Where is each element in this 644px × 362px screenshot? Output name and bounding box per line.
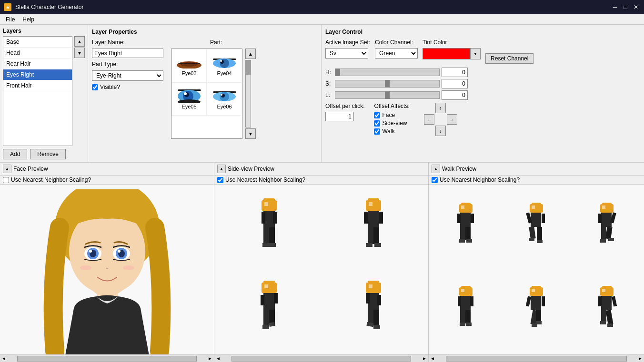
face-preview-body: [0, 185, 214, 354]
parts-grid[interactable]: Eye03: [171, 49, 242, 139]
face-preview-scroll-up[interactable]: ▲: [3, 165, 11, 173]
h-value[interactable]: [442, 68, 468, 77]
face-nearest-neighbor-checkbox[interactable]: [3, 177, 9, 183]
offset-sideview-label: Side-view: [382, 120, 407, 127]
svg-rect-89: [537, 227, 542, 241]
layer-item-rearhair[interactable]: Rear Hair: [3, 59, 72, 69]
sideview-sprite-1: [219, 189, 319, 267]
parts-scroll-down[interactable]: ▼: [245, 128, 256, 139]
tint-color-dropdown-btn[interactable]: ▼: [470, 48, 481, 59]
svg-rect-85: [531, 213, 541, 227]
offset-left-button[interactable]: ←: [424, 114, 434, 125]
sideview-preview-scroll-up[interactable]: ▲: [217, 165, 226, 173]
part-eye04[interactable]: Eye04: [207, 49, 242, 82]
help-menu[interactable]: Help: [19, 15, 38, 24]
sprite-walk-2: [521, 202, 552, 254]
walk-nearest-neighbor-checkbox[interactable]: [432, 177, 438, 183]
svg-rect-75: [460, 213, 471, 227]
svg-rect-64: [369, 284, 372, 288]
walk-preview-body: [429, 185, 644, 354]
file-menu[interactable]: File: [2, 15, 19, 24]
svg-rect-63: [366, 283, 381, 293]
svg-rect-99: [605, 227, 612, 239]
svg-rect-57: [274, 293, 278, 303]
walk-sprite-6: [573, 271, 641, 352]
part-eye06[interactable]: Eye06: [207, 82, 242, 116]
svg-rect-39: [269, 227, 275, 244]
offset-per-click-input[interactable]: [325, 112, 354, 121]
sprite-sv-1: [250, 197, 288, 259]
layer-props-title: Layer Properties: [92, 29, 317, 35]
sprite-walk-5: [521, 285, 552, 337]
svg-rect-33: [262, 200, 277, 211]
svg-rect-128: [601, 310, 606, 322]
svg-rect-109: [465, 310, 471, 323]
offset-walk-checkbox[interactable]: [374, 128, 380, 135]
svg-rect-41: [269, 243, 276, 247]
sideview-sprite-2: [324, 189, 424, 267]
part-eye03[interactable]: Eye03: [171, 49, 207, 82]
svg-rect-116: [525, 296, 531, 306]
walk-preview-scroll-up[interactable]: ▲: [432, 165, 440, 173]
svg-rect-69: [373, 310, 379, 326]
offset-right-button[interactable]: →: [447, 114, 457, 125]
part-type-select[interactable]: Eye-Right Eye-Left: [92, 70, 163, 81]
walk-sprite-5: [502, 271, 571, 352]
svg-rect-68: [368, 310, 373, 324]
offset-down-button[interactable]: ↓: [435, 126, 446, 136]
layer-item-head[interactable]: Head: [3, 48, 72, 59]
h-slider[interactable]: [335, 68, 440, 76]
s-value[interactable]: [442, 79, 468, 88]
svg-point-18: [221, 94, 222, 96]
tint-color-swatch[interactable]: [423, 48, 470, 59]
svg-rect-47: [379, 212, 383, 224]
part-eye05[interactable]: Eye05: [171, 82, 207, 116]
visible-label: Visible?: [100, 84, 120, 90]
svg-point-25: [89, 250, 92, 253]
layer-item-eyesright[interactable]: Eyes Right: [3, 69, 72, 80]
svg-rect-50: [366, 243, 372, 247]
sideview-preview-scrollbar[interactable]: ◄ ►: [214, 354, 428, 362]
sideview-nearest-neighbor-checkbox[interactable]: [217, 177, 223, 183]
color-channel-select[interactable]: Green Red Blue: [375, 48, 418, 59]
parts-scroll-up[interactable]: ▲: [245, 49, 256, 59]
layer-down-button[interactable]: ▼: [74, 48, 85, 58]
tint-color-label: Tint Color: [423, 39, 481, 46]
offset-up-button[interactable]: ↑: [435, 103, 446, 113]
svg-rect-44: [369, 202, 372, 206]
layers-list[interactable]: Base Head Rear Hair Eyes Right Front Hai…: [3, 36, 72, 146]
walk-preview-scrollbar[interactable]: ◄ ►: [429, 354, 644, 362]
svg-rect-37: [273, 212, 277, 224]
close-button[interactable]: ✕: [632, 3, 640, 11]
h-label: H:: [325, 69, 333, 76]
svg-rect-43: [366, 200, 381, 211]
sprite-sv-2: [354, 197, 392, 259]
sideview-sprite-4: [324, 272, 424, 350]
layer-name-input[interactable]: [92, 49, 163, 58]
maximize-button[interactable]: □: [621, 3, 630, 11]
visible-checkbox[interactable]: [92, 84, 98, 90]
offset-sideview-checkbox[interactable]: [374, 120, 380, 127]
layer-item-fronthair[interactable]: Front Hair: [3, 80, 72, 91]
svg-rect-96: [598, 214, 602, 223]
l-slider[interactable]: [335, 91, 440, 99]
layer-item-base[interactable]: Base: [3, 37, 72, 48]
svg-rect-76: [457, 214, 461, 223]
part-type-label: Part Type:: [92, 61, 130, 68]
minimize-button[interactable]: ─: [611, 3, 619, 11]
svg-rect-94: [602, 205, 605, 209]
svg-point-29: [118, 250, 121, 253]
svg-rect-67: [377, 295, 381, 305]
l-value[interactable]: [442, 90, 468, 100]
reset-channel-button[interactable]: Reset Channel: [485, 53, 533, 64]
active-image-set-select[interactable]: Sv Face: [325, 48, 368, 59]
remove-layer-button[interactable]: Remove: [30, 149, 66, 159]
svg-rect-127: [612, 296, 617, 306]
add-layer-button[interactable]: Add: [3, 149, 27, 159]
face-preview-scrollbar[interactable]: ◄ ►: [0, 354, 214, 362]
layer-up-button[interactable]: ▲: [74, 36, 85, 47]
part-eye06-label: Eye06: [217, 104, 231, 109]
s-slider[interactable]: [335, 80, 440, 88]
face-character-svg: [36, 189, 179, 354]
offset-face-checkbox[interactable]: [374, 112, 380, 118]
